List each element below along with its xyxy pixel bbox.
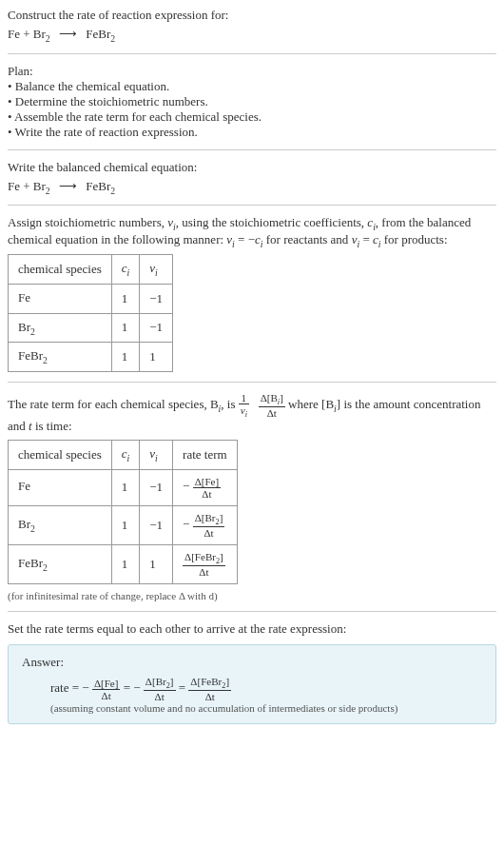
rateterm-section: The rate term for each chemical species,…: [8, 392, 496, 601]
final-heading: Set the rate terms equal to each other t…: [8, 621, 496, 637]
table-row: FeBr2 1 1 Δ[FeBr2] Δt: [9, 544, 238, 583]
fraction: Δ[FeBr2] Δt: [188, 676, 231, 702]
balanced-heading: Write the balanced chemical equation:: [8, 160, 496, 175]
stoich-table: chemical species ci νi Fe 1 −1 Br2 1 −1 …: [8, 254, 173, 371]
stoich-section: Assign stoichiometric numbers, νi, using…: [8, 215, 496, 372]
fraction: Δ[Bi] Δt: [259, 392, 285, 419]
plan-heading: Plan:: [8, 64, 496, 79]
balanced-equation: Fe + Br2 ⟶ FeBr2: [8, 179, 496, 196]
fraction: Δ[FeBr2] Δt: [183, 551, 225, 578]
col-rateterm: rate term: [173, 440, 238, 469]
plan-item: • Assemble the rate term for each chemic…: [8, 109, 496, 125]
divider: [8, 382, 496, 383]
prompt-section: Construct the rate of reaction expressio…: [8, 8, 496, 44]
table-header-row: chemical species ci νi: [9, 255, 173, 285]
fraction: 1 νi: [239, 392, 249, 419]
answer-label: Answer:: [22, 655, 482, 670]
answer-box: Answer: rate = − Δ[Fe] Δt = − Δ[Br2] Δt …: [8, 644, 496, 724]
col-nu: νi: [140, 255, 173, 285]
fraction: Δ[Fe] Δt: [193, 476, 222, 500]
plan-item: • Determine the stoichiometric numbers.: [8, 94, 496, 109]
col-species: chemical species: [9, 255, 112, 285]
table-row: Fe 1 −1: [9, 284, 173, 313]
infinitesimal-note: (for infinitesimal rate of change, repla…: [8, 590, 496, 601]
fraction: Δ[Br2] Δt: [193, 512, 225, 539]
plan-item: • Balance the chemical equation.: [8, 79, 496, 94]
unbalanced-equation: Fe + Br2 ⟶ FeBr2: [8, 27, 496, 44]
col-c: ci: [111, 255, 140, 285]
table-row: Br2 1 −1: [9, 313, 173, 343]
table-header-row: chemical species ci νi rate term: [9, 440, 238, 469]
divider: [8, 205, 496, 206]
table-row: FeBr2 1 1: [9, 343, 173, 372]
divider: [8, 611, 496, 612]
table-row: Fe 1 −1 − Δ[Fe] Δt: [9, 469, 238, 505]
plan-section: Plan: • Balance the chemical equation. •…: [8, 64, 496, 140]
col-species: chemical species: [9, 440, 112, 469]
fraction: Δ[Fe] Δt: [92, 678, 121, 701]
prompt-line1: Construct the rate of reaction expressio…: [8, 8, 496, 23]
answer-note: (assuming constant volume and no accumul…: [50, 702, 482, 714]
arrow-icon: ⟶: [59, 179, 77, 193]
fraction: Δ[Br2] Δt: [144, 676, 176, 702]
answer-expression: rate = − Δ[Fe] Δt = − Δ[Br2] Δt = Δ[FeBr…: [50, 676, 482, 702]
final-section: Set the rate terms equal to each other t…: [8, 621, 496, 637]
balanced-section: Write the balanced chemical equation: Fe…: [8, 160, 496, 196]
plan-item: • Write the rate of reaction expression.: [8, 125, 496, 140]
col-c: ci: [111, 440, 140, 469]
table-row: Br2 1 −1 − Δ[Br2] Δt: [9, 505, 238, 544]
eq-lhs: Fe + Br2: [8, 27, 50, 41]
eq-rhs: FeBr2: [86, 27, 115, 41]
col-nu: νi: [140, 440, 173, 469]
rateterm-table: chemical species ci νi rate term Fe 1 −1…: [8, 440, 238, 584]
divider: [8, 149, 496, 150]
arrow-icon: ⟶: [59, 27, 77, 41]
divider: [8, 53, 496, 54]
